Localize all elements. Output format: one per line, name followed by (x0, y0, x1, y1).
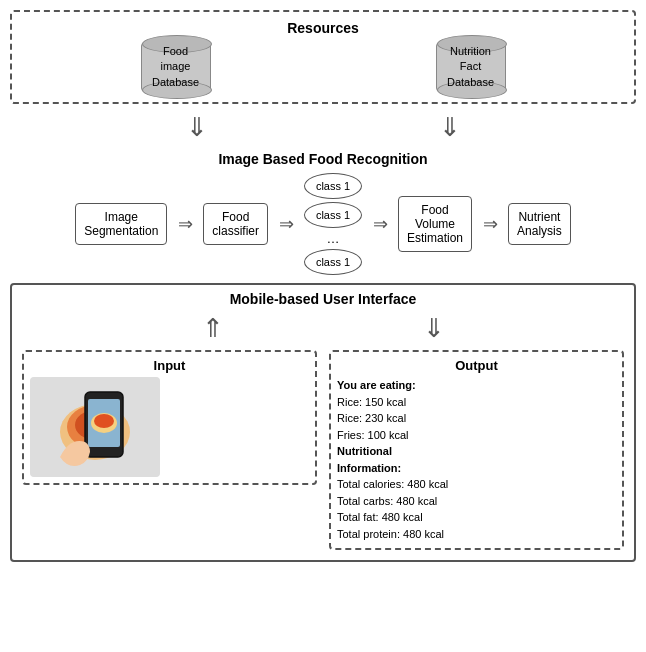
resources-section: Resources FoodimageDatabase NutritionFac… (10, 10, 636, 104)
arrow-down-output: ⇓ (423, 313, 445, 344)
arrow-down-right: ⇓ (439, 112, 461, 143)
output-section: Output You are eating: Rice: 150 kcal Ri… (329, 350, 624, 550)
class1-oval-top: class 1 (304, 173, 362, 199)
phone-image (30, 377, 160, 477)
output-title: Output (337, 358, 616, 373)
arrow-1: ⇒ (171, 213, 199, 235)
you-eating-label: You are eating: (337, 379, 416, 391)
classes-group: class 1 class 1 … class 1 (304, 173, 362, 275)
mobile-section: Mobile-based User Interface ⇑ ⇓ Input (10, 283, 636, 562)
svg-point-7 (94, 414, 114, 428)
ibfr-title: Image Based Food Recognition (218, 151, 427, 167)
output-item-2: Rice: 230 kcal (337, 412, 406, 424)
output-text: You are eating: Rice: 150 kcal Rice: 230… (337, 377, 616, 542)
food-image-database: FoodimageDatabase (141, 42, 211, 92)
class1-oval-mid: class 1 (304, 202, 362, 228)
nutrient-analysis-box: NutrientAnalysis (508, 203, 571, 245)
ibfr-flow: ImageSegmentation ⇒ Foodclassifier ⇒ cla… (75, 173, 570, 275)
output-box: Output You are eating: Rice: 150 kcal Ri… (329, 350, 624, 550)
ibfr-section: Image Based Food Recognition ImageSegmen… (10, 151, 636, 275)
resources-title: Resources (287, 20, 359, 36)
mobile-arrows: ⇑ ⇓ (22, 313, 624, 344)
input-box: Input (22, 350, 317, 485)
db2-text: NutritionFactDatabase (447, 44, 494, 90)
mobile-io: Input (22, 350, 624, 550)
nutrition-item-1: Total calories: 480 kcal (337, 478, 448, 490)
nutrition-item-3: Total fat: 480 kcal (337, 511, 423, 523)
nutritional-label: NutritionalInformation: (337, 445, 401, 474)
db1-text: FoodimageDatabase (152, 44, 199, 90)
dots: … (327, 231, 340, 246)
resources-databases: FoodimageDatabase NutritionFactDatabase (28, 42, 618, 92)
nutrition-item-4: Total protein: 480 kcal (337, 528, 444, 540)
nutrition-item-2: Total carbs: 480 kcal (337, 495, 437, 507)
arrow-up-input: ⇑ (202, 313, 224, 344)
db2-icon: NutritionFactDatabase (436, 42, 506, 92)
db1-icon: FoodimageDatabase (141, 42, 211, 92)
mobile-title: Mobile-based User Interface (22, 291, 624, 307)
input-section: Input (22, 350, 317, 550)
output-item-3: Fries: 100 kcal (337, 429, 409, 441)
output-item-1: Rice: 150 kcal (337, 396, 406, 408)
nutrition-fact-database: NutritionFactDatabase (436, 42, 506, 92)
arrow-4: ⇒ (476, 213, 504, 235)
arrows-from-resources: ⇓ ⇓ (10, 112, 636, 143)
food-classifier-box: Foodclassifier (203, 203, 268, 245)
input-title: Input (30, 358, 309, 373)
arrow-3: ⇒ (366, 213, 394, 235)
main-container: Resources FoodimageDatabase NutritionFac… (0, 0, 646, 652)
food-volume-box: FoodVolumeEstimation (398, 196, 472, 252)
arrow-2: ⇒ (272, 213, 300, 235)
phone-svg (30, 377, 160, 477)
image-segmentation-box: ImageSegmentation (75, 203, 167, 245)
class1-oval-bot: class 1 (304, 249, 362, 275)
arrow-down-left: ⇓ (186, 112, 208, 143)
